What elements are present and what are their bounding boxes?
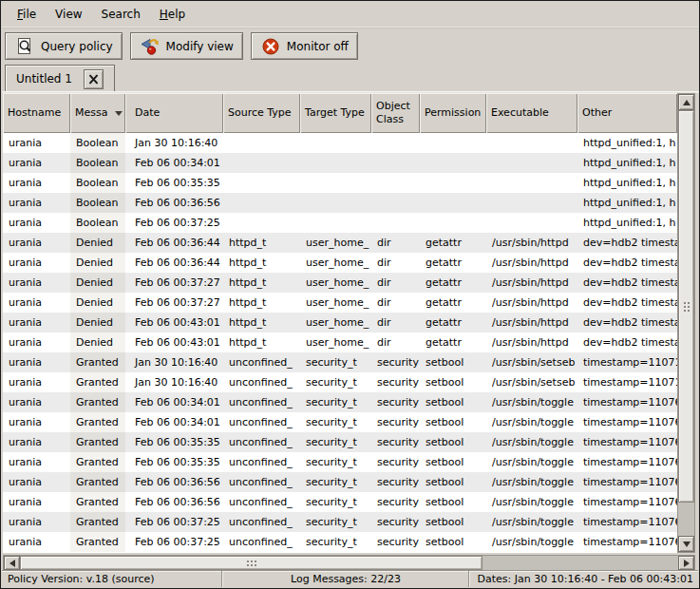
scroll-left-button[interactable] (4, 556, 20, 570)
column-header-date[interactable]: Date (125, 93, 223, 133)
cell-permission: getattr (420, 233, 486, 253)
cell-permission: getattr (420, 293, 486, 313)
cell-hostname: urania (3, 153, 70, 173)
column-header-hostname[interactable]: Hostname (3, 93, 70, 133)
cell-executable: /usr/sbin/httpd (486, 253, 577, 273)
vertical-scrollbar-thumb[interactable] (678, 110, 694, 503)
cell-permission: setbool (420, 492, 486, 512)
cell-permission: setbool (420, 372, 486, 392)
column-label: Hostname (8, 106, 61, 120)
table-row[interactable]: urania Granted Feb 06 00:34:01 unconfine… (3, 412, 677, 432)
log-messages-status: Log Messages: 22/23 (223, 571, 468, 587)
cell-hostname: urania (3, 233, 70, 253)
thumb-grip-icon (246, 560, 257, 567)
cell-executable: /usr/sbin/httpd (486, 233, 577, 253)
cell-hostname: urania (3, 133, 70, 153)
cell-source-type: unconfined_ (223, 472, 300, 492)
table-row[interactable]: urania Granted Jan 30 10:16:40 unconfine… (3, 352, 677, 372)
cell-object-class: dir (371, 253, 420, 273)
menu-file[interactable]: File (8, 4, 46, 25)
table-row[interactable]: urania Granted Feb 06 00:36:56 unconfine… (3, 492, 677, 512)
vertical-scrollbar[interactable] (677, 93, 695, 553)
cell-target-type: security_t (300, 492, 371, 512)
cell-hostname: urania (3, 193, 70, 213)
cell-other: httpd_unified:1, h (577, 133, 677, 153)
cell-object-class: dir (371, 313, 420, 332)
cell-message: Granted (70, 352, 125, 372)
table-row[interactable]: urania Denied Feb 06 00:37:27 httpd_t us… (3, 293, 677, 313)
cell-message: Granted (70, 492, 125, 512)
table-row[interactable]: urania Granted Feb 06 00:35:35 unconfine… (3, 452, 677, 472)
column-header-permission[interactable]: Permission (420, 93, 486, 133)
cell-other: httpd_unified:1, h (577, 193, 677, 213)
modify-view-label: Modify view (166, 40, 234, 53)
cell-source-type (223, 213, 300, 233)
cell-executable (486, 193, 577, 213)
cell-target-type: user_home_ (300, 313, 371, 332)
table-row[interactable]: urania Denied Feb 06 00:36:44 httpd_t us… (3, 253, 677, 273)
cell-target-type (300, 173, 371, 193)
modify-view-button[interactable]: Modify view (130, 32, 243, 60)
cell-object-class (371, 213, 420, 233)
table-row[interactable]: urania Granted Jan 30 10:16:40 unconfine… (3, 372, 677, 392)
cell-permission (420, 133, 486, 153)
cell-hostname: urania (3, 512, 70, 532)
menubar: File View Search Help (2, 1, 698, 27)
cell-target-type: security_t (300, 412, 371, 432)
cell-date: Feb 06 00:37:27 (125, 273, 223, 293)
monitor-off-button[interactable]: Monitor off (251, 32, 358, 60)
menu-search[interactable]: Search (92, 4, 150, 25)
table-row[interactable]: urania Boolean Feb 06 00:34:01 httpd_uni… (3, 153, 677, 173)
table-row[interactable]: urania Granted Feb 06 00:37:25 unconfine… (3, 532, 677, 552)
cell-date: Feb 06 00:37:25 (125, 532, 223, 552)
cell-permission: getattr (420, 273, 486, 293)
menu-help[interactable]: Help (150, 4, 195, 25)
table-row[interactable]: urania Denied Feb 06 00:37:27 httpd_t us… (3, 273, 677, 293)
horizontal-scrollbar-thumb[interactable] (20, 556, 482, 570)
column-header-source-type[interactable]: Source Type (223, 93, 300, 133)
cell-object-class: security (371, 392, 420, 412)
cell-message: Denied (70, 332, 125, 352)
cell-date: Feb 06 00:35:35 (125, 432, 223, 452)
column-header-target-type[interactable]: Target Type (300, 93, 371, 133)
arrow-right-icon (684, 560, 690, 567)
query-policy-button[interactable]: Query policy (5, 32, 123, 60)
table-row[interactable]: urania Granted Feb 06 00:37:25 unconfine… (3, 512, 677, 532)
cell-object-class (371, 153, 420, 173)
column-header-other[interactable]: Other (577, 93, 677, 133)
column-header-executable[interactable]: Executable (486, 93, 577, 133)
tab-untitled-1[interactable]: Untitled 1 (5, 65, 115, 92)
cell-hostname: urania (3, 472, 70, 492)
table-row[interactable]: urania Denied Feb 06 00:43:01 httpd_t us… (3, 332, 677, 352)
scroll-up-button[interactable] (678, 94, 694, 110)
column-label: Source Type (228, 106, 292, 120)
table-row[interactable]: urania Denied Feb 06 00:36:44 httpd_t us… (3, 233, 677, 253)
table-row[interactable]: urania Boolean Feb 06 00:35:35 httpd_uni… (3, 173, 677, 193)
column-header-object-class[interactable]: Object Class (371, 93, 420, 133)
table-row[interactable]: urania Boolean Jan 30 10:16:40 httpd_uni… (3, 133, 677, 153)
cell-other: dev=hdb2 timesta (577, 253, 677, 273)
monitor-off-icon (260, 37, 281, 56)
scroll-down-button[interactable] (678, 536, 694, 552)
table-row[interactable]: urania Boolean Feb 06 00:37:25 httpd_uni… (3, 213, 677, 233)
cell-object-class: security (371, 352, 420, 372)
column-label: Messa (75, 106, 107, 120)
cell-message: Granted (70, 432, 125, 452)
table-row[interactable]: urania Denied Feb 06 00:43:01 httpd_t us… (3, 313, 677, 332)
cell-date: Feb 06 00:36:44 (125, 233, 223, 253)
cell-hostname: urania (3, 452, 70, 472)
table-row[interactable]: urania Granted Feb 06 00:34:01 unconfine… (3, 392, 677, 412)
table-row[interactable]: urania Granted Feb 06 00:36:56 unconfine… (3, 472, 677, 492)
tab-close-button[interactable] (84, 69, 104, 89)
table-row[interactable]: urania Boolean Feb 06 00:36:56 httpd_uni… (3, 193, 677, 213)
cell-executable: /usr/sbin/httpd (486, 313, 577, 332)
column-header-message[interactable]: Messa (70, 93, 125, 133)
menu-view[interactable]: View (46, 4, 91, 25)
cell-other: httpd_unified:1, h (577, 153, 677, 173)
policy-version-status: Policy Version: v.18 (source) (2, 571, 221, 587)
cell-permission (420, 153, 486, 173)
horizontal-scrollbar[interactable] (3, 555, 695, 571)
cell-permission: setbool (420, 412, 486, 432)
table-row[interactable]: urania Granted Feb 06 00:35:35 unconfine… (3, 432, 677, 452)
scroll-right-button[interactable] (678, 556, 694, 570)
